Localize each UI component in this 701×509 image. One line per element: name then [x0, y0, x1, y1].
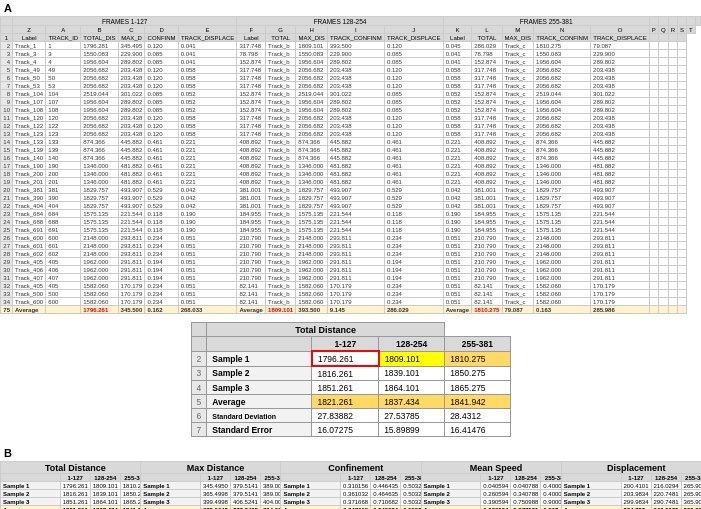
bottom-group-3: Mean Speed 1-127128-254255-381 Sample 1 …	[421, 461, 561, 509]
bottom-v1: 0.390594	[481, 498, 511, 506]
bottom-col-header: 1-127	[60, 474, 90, 482]
bottom-section: Total Distance 1-127128-254255-381 Sampl…	[0, 461, 701, 509]
bottom-row-label: Sample 2	[421, 490, 481, 498]
col-G: G	[266, 26, 296, 34]
table-row: 8 Track_1041042519.044301.0220.0850.052 …	[1, 90, 701, 98]
bottom-v1: 345.4950	[200, 482, 230, 490]
table-row: 14 Track_133133874.366445.8820.4610.221 …	[1, 138, 701, 146]
main-spreadsheet: FRAMES 1-127 FRAMES 128-254 FRAMES 255-3…	[0, 16, 701, 314]
summary-col-2: 1-127	[312, 337, 379, 352]
bottom-v3: 365.9019	[681, 498, 701, 506]
spreadsheet-area: FRAMES 1-127 FRAMES 128-254 FRAMES 255-3…	[0, 16, 701, 314]
bottom-col-header: 1-127	[621, 474, 651, 482]
bottom-v1: 299.9834	[621, 498, 651, 506]
col-M: M	[502, 26, 534, 34]
bottom-table-2: Confinement 1-127128-254255-381 Sample 1…	[280, 461, 431, 509]
bottom-row-label: Sample 1	[141, 482, 201, 490]
summary-v2: 1864.101	[379, 381, 445, 395]
table-row: 34 Track_6006001582.060170.1790.2340.051…	[1, 298, 701, 306]
summary-row-label: Sample 2	[207, 366, 312, 381]
summary-row-label: Standard Error	[207, 423, 312, 437]
summary-col-1	[207, 337, 312, 352]
table-row: 3 Track_331550.083229.9000.0850.041 78.7…	[1, 50, 701, 58]
bottom-table-row: Sample 1 345.4950 379.5141 389.007	[141, 482, 291, 490]
bottom-table-row: Average 370.1648 377.8408 394.007	[141, 506, 291, 510]
col-K: K	[443, 26, 472, 34]
middle-section: Total Distance 1-127 128-254 255-381 2 S…	[0, 318, 701, 441]
bottom-v2: 0.446435	[371, 482, 401, 490]
table-row: 7 Track_53532056.682203.4380.1200.058 31…	[1, 82, 701, 90]
summary-v3: 16.41476	[445, 423, 510, 437]
table-row: 28 Track_6026022148.000293.8110.2340.051…	[1, 250, 701, 258]
avg-label2: Average	[237, 306, 266, 314]
bottom-v2: 1839.101	[90, 490, 120, 498]
bottom-v1: 0.361032	[341, 490, 371, 498]
table-row: 24 Track_6886881575.135221.5440.1180.190…	[1, 218, 701, 226]
bottom-v1: 0.347619	[341, 506, 371, 510]
summary-v1: 1821.261	[312, 395, 379, 409]
table-row: 16 Track_140140874.366445.8820.4610.221 …	[1, 154, 701, 162]
bottom-v1: 1821.261	[60, 506, 90, 510]
bottom-table-3: Mean Speed 1-127128-254255-381 Sample 1 …	[421, 461, 572, 509]
summary-row: 3 Sample 2 1816.261 1839.101 1850.275	[191, 366, 510, 381]
bottom-table-title-1: Max Distance	[141, 462, 291, 474]
bottom-table-row: Sample 1 1796.261 1809.101 1810.275	[1, 482, 151, 490]
bottom-table-row: Sample 3 299.9834 290.7481 365.9019	[561, 498, 701, 506]
summary-v3: 1850.275	[445, 366, 510, 381]
col-max-dis-1: MAX_D	[118, 34, 145, 42]
bottom-row-label: Sample 1	[1, 482, 61, 490]
avg-td1: 1796.261	[81, 306, 118, 314]
bottom-table-row: Sample 2 0.260594 0.340788 0.40008	[421, 490, 571, 498]
col-C: C	[118, 26, 145, 34]
table-row: 2 Track_111796.281345.4950.1200.041 317.…	[1, 42, 701, 50]
col-conf-1: CONFINM	[145, 34, 178, 42]
col-total-2: TOTAL	[266, 34, 296, 42]
summary-v3: 1810.275	[445, 351, 510, 366]
frames-254-header: FRAMES 128-254	[237, 17, 443, 26]
bottom-v1: 365.4998	[200, 490, 230, 498]
col-total-dis-1: TOTAL_DIS	[81, 34, 118, 42]
summary-v2: 15.89899	[379, 423, 445, 437]
bottom-v1: 399.4998	[200, 498, 230, 506]
bottom-v1: 1851.261	[60, 498, 90, 506]
bottom-row-label: Sample 3	[421, 498, 481, 506]
bottom-row-label: Average	[141, 506, 201, 510]
col-R: R	[668, 26, 677, 34]
bottom-table-1: Max Distance 1-127128-254255-381 Sample …	[140, 461, 291, 509]
bottom-row-label: Sample 1	[281, 482, 341, 490]
avg-label3: Average	[443, 306, 472, 314]
bottom-row-label: Average	[1, 506, 61, 510]
avg-label: Average	[13, 306, 46, 314]
col-P: P	[649, 26, 658, 34]
summary-row: 4 Sample 3 1851.261 1864.101 1865.275	[191, 381, 510, 395]
bottom-row-label: Sample 3	[1, 498, 61, 506]
table-row: 22 Track_4044041829.757493.9070.5290.042…	[1, 202, 701, 210]
bottom-row-label: Sample 2	[141, 490, 201, 498]
bottom-row-label: Average	[281, 506, 341, 510]
bottom-table-title-3: Mean Speed	[421, 462, 571, 474]
avg-td2: 1809.101	[266, 306, 296, 314]
col-total-3: TOTAL	[472, 34, 502, 42]
table-row: 11 Track_1201202056.682203.4380.1200.058…	[1, 114, 701, 122]
col-conf-3: TRACK_CONFINM	[534, 34, 591, 42]
table-row: 9 Track_1071071956.604289.8020.0850.052 …	[1, 98, 701, 106]
frames-381-header: FRAMES 255-381	[443, 17, 649, 26]
bottom-v2: 290.7481	[651, 498, 681, 506]
bottom-table-row: Sample 2 1816.261 1839.101 1850.275	[1, 490, 151, 498]
summary-row-label: Average	[207, 395, 312, 409]
col-label-text: Label	[13, 34, 46, 42]
bottom-v2: 1837.434	[90, 506, 120, 510]
summary-v2: 1837.434	[379, 395, 445, 409]
table-row: 33 Track_5005001582.060170.1790.2340.051…	[1, 290, 701, 298]
bottom-row-label: Sample 3	[141, 498, 201, 506]
summary-v3: 28.4312	[445, 409, 510, 423]
bottom-col-header: 128-254	[371, 474, 401, 482]
bottom-row-label: Sample 2	[561, 490, 621, 498]
table-row: 26 Track_6006002148.000293.8110.2340.051…	[1, 234, 701, 242]
bottom-col-header: 255-381	[681, 474, 701, 482]
bottom-v2: 0.750988	[511, 498, 541, 506]
col-Q: Q	[658, 26, 668, 34]
bottom-table-row: Average 1821.261 1837.434 1841.94	[1, 506, 151, 510]
bottom-table-row: Sample 1 0.040594 0.040788 0.40008	[421, 482, 571, 490]
table-row: 15 Track_139139874.366445.8820.4610.221 …	[1, 146, 701, 154]
